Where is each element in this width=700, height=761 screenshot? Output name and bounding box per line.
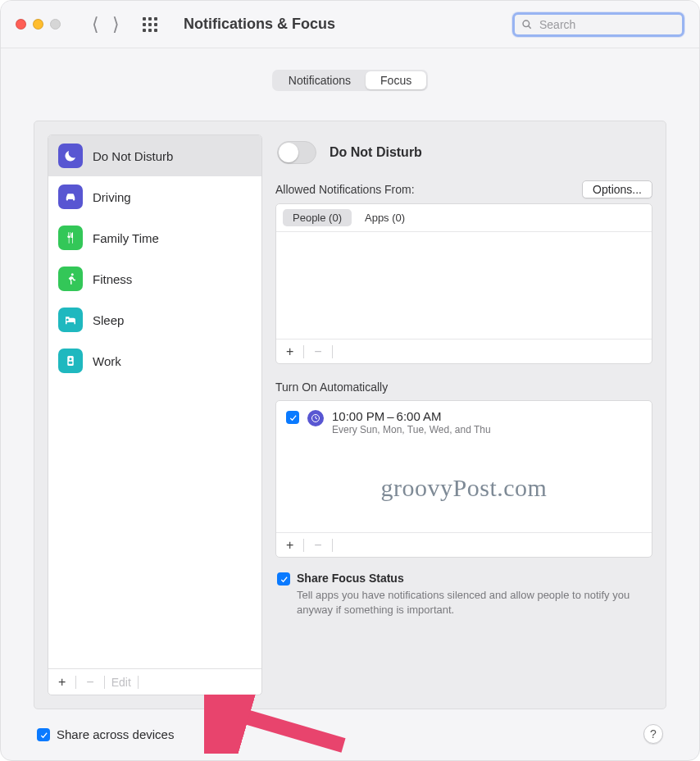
allowed-remove-button[interactable]: − [311, 344, 325, 359]
allowed-notifications-label: Allowed Notifications From: Options... [275, 180, 652, 198]
focus-mode-fitness[interactable]: Fitness [48, 258, 261, 299]
svg-point-2 [71, 273, 74, 276]
content-area: Do Not Disturb Driving Family Time [34, 121, 666, 709]
traffic-lights [16, 19, 61, 30]
running-icon [58, 267, 83, 291]
notifications-focus-segmented: Notifications Focus [272, 70, 428, 91]
close-window-button[interactable] [16, 19, 26, 30]
zoom-window-button[interactable] [50, 19, 61, 30]
remove-focus-button[interactable]: − [83, 675, 97, 690]
schedule-row[interactable]: 10:00 PM – 6:00 AM Every Sun, Mon, Tue, … [276, 401, 652, 444]
moon-icon [58, 144, 83, 168]
schedule-days: Every Sun, Mon, Tue, Wed, and Thu [332, 424, 491, 435]
focus-mode-sleep[interactable]: Sleep [48, 299, 261, 340]
checkmark-icon [280, 575, 289, 584]
svg-point-4 [70, 358, 72, 360]
schedule-text: 10:00 PM – 6:00 AM Every Sun, Mon, Tue, … [332, 409, 491, 435]
fork-knife-icon [58, 226, 83, 250]
focus-mode-family-time[interactable]: Family Time [48, 217, 261, 258]
clock-icon [307, 410, 324, 426]
allowed-tab-apps[interactable]: Apps (0) [355, 209, 415, 226]
show-all-prefs-button[interactable] [143, 17, 157, 32]
do-not-disturb-toggle[interactable] [277, 141, 316, 164]
badge-icon [58, 349, 83, 373]
allowed-footer: + − [276, 339, 652, 363]
focus-mode-driving[interactable]: Driving [48, 176, 261, 217]
focus-mode-label: Do Not Disturb [93, 149, 173, 163]
car-icon [58, 185, 83, 209]
automation-panel: 10:00 PM – 6:00 AM Every Sun, Mon, Tue, … [275, 400, 652, 558]
share-focus-status-checkbox[interactable] [277, 572, 290, 586]
sidebar-footer: + − Edit [48, 668, 261, 695]
focus-mode-work[interactable]: Work [48, 340, 261, 381]
share-focus-status-description: Tell apps you have notifications silence… [297, 588, 651, 617]
automation-add-button[interactable]: + [283, 538, 297, 553]
forward-button[interactable]: ⟩ [112, 14, 120, 35]
turn-on-automatically-label: Turn On Automatically [275, 380, 652, 394]
share-across-devices-label: Share across devices [57, 727, 174, 741]
svg-rect-3 [67, 356, 74, 366]
focus-mode-list: Do Not Disturb Driving Family Time [48, 135, 261, 668]
focus-enable-row: Do Not Disturb [275, 134, 652, 172]
share-focus-status-label: Share Focus Status [297, 572, 404, 585]
schedule-time-range: 10:00 PM – 6:00 AM [332, 409, 491, 423]
focus-mode-label: Family Time [93, 231, 159, 245]
focus-sidebar: Do Not Disturb Driving Family Time [48, 134, 262, 695]
allowed-add-button[interactable]: + [283, 344, 297, 359]
do-not-disturb-toggle-label: Do Not Disturb [330, 145, 422, 160]
focus-mode-label: Fitness [93, 272, 132, 286]
focus-mode-label: Sleep [93, 313, 124, 327]
svg-rect-5 [69, 362, 73, 364]
bottom-row: Share across devices ? [37, 724, 663, 744]
focus-detail: Do Not Disturb Allowed Notifications Fro… [275, 134, 652, 695]
share-across-devices-checkbox[interactable] [37, 728, 50, 741]
add-focus-button[interactable]: + [55, 675, 69, 690]
preferences-window: ⟨ ⟩ Notifications & Focus Notifications … [0, 0, 700, 761]
focus-mode-label: Driving [93, 190, 131, 204]
focus-mode-label: Work [93, 354, 121, 368]
options-button[interactable]: Options... [582, 180, 652, 198]
watermark-text: groovyPost.com [276, 444, 652, 532]
allowed-notifications-panel: People (0) Apps (0) + − [275, 203, 652, 364]
minimize-window-button[interactable] [33, 19, 43, 30]
automation-remove-button[interactable]: − [311, 538, 325, 553]
help-button[interactable]: ? [643, 724, 663, 744]
tab-notifications[interactable]: Notifications [274, 71, 366, 89]
allowed-list [276, 232, 652, 339]
automation-footer: + − [276, 532, 652, 557]
search-input[interactable] [538, 17, 675, 32]
search-field[interactable] [512, 12, 684, 37]
focus-mode-do-not-disturb[interactable]: Do Not Disturb [48, 135, 261, 176]
search-icon [521, 19, 533, 30]
allowed-tabs: People (0) Apps (0) [276, 204, 652, 232]
back-button[interactable]: ⟨ [92, 14, 99, 35]
share-focus-status-section: Share Focus Status Tell apps you have no… [275, 563, 652, 618]
svg-point-0 [523, 21, 530, 27]
checkmark-icon [39, 731, 48, 740]
nav-buttons: ⟨ ⟩ [92, 14, 120, 35]
checkmark-icon [289, 413, 298, 422]
bed-icon [58, 308, 83, 332]
allowed-tab-people[interactable]: People (0) [283, 209, 352, 226]
tab-focus[interactable]: Focus [366, 71, 426, 89]
edit-focus-button[interactable]: Edit [111, 676, 131, 689]
titlebar: ⟨ ⟩ Notifications & Focus [1, 1, 699, 48]
schedule-checkbox[interactable] [286, 411, 299, 424]
window-title: Notifications & Focus [184, 16, 335, 33]
svg-line-1 [529, 25, 531, 28]
